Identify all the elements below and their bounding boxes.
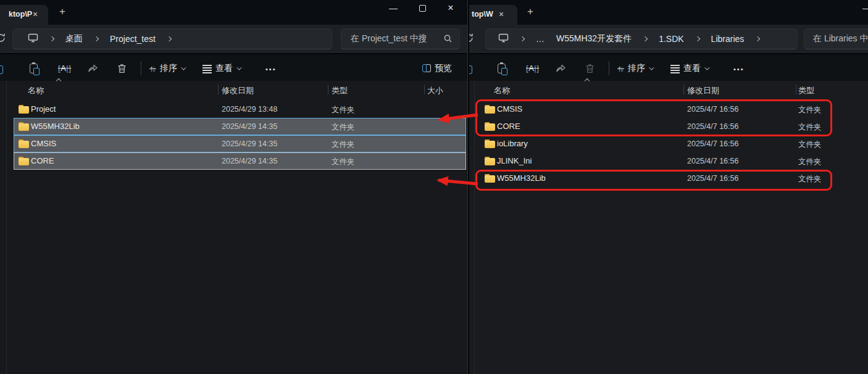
new-tab-button[interactable]: + bbox=[527, 6, 533, 18]
file-date: 2025/4/29 14:35 bbox=[222, 157, 277, 165]
breadcrumb-w55mh32-kit[interactable]: W55MH32开发套件 bbox=[556, 33, 632, 44]
column-divider[interactable] bbox=[424, 85, 425, 94]
column-divider[interactable] bbox=[796, 85, 796, 94]
address-bar[interactable]: 桌面 Project_test bbox=[12, 28, 332, 49]
tab-bar: ktop\P × + — × bbox=[0, 0, 467, 25]
view-button[interactable]: 查看 bbox=[670, 54, 708, 82]
file-type: 文件夹 bbox=[332, 157, 355, 167]
folder-icon bbox=[19, 122, 29, 131]
new-tab-button[interactable]: + bbox=[59, 6, 65, 18]
minimize-button[interactable]: — bbox=[853, 0, 868, 19]
breadcrumb-overflow[interactable]: … bbox=[536, 34, 545, 44]
maximize-button[interactable] bbox=[409, 0, 436, 19]
address-toolbar: 桌面 Project_test 在 Project_test 中搜 bbox=[0, 25, 467, 53]
paste-button[interactable] bbox=[30, 54, 38, 82]
minimize-button[interactable]: — bbox=[380, 0, 407, 19]
file-name: JLINK_Ini bbox=[497, 156, 532, 165]
search-input[interactable]: 在 Libraries 中 bbox=[804, 28, 868, 49]
tab-title: ktop\P bbox=[9, 10, 32, 19]
column-divider[interactable] bbox=[218, 85, 219, 94]
share-button[interactable] bbox=[88, 54, 98, 82]
address-bar[interactable]: … W55MH32开发套件 1.SDK Libraries bbox=[485, 28, 798, 49]
search-text: 在 Project_test 中搜 bbox=[351, 33, 427, 44]
paste-icon bbox=[30, 64, 38, 73]
chevron-right-icon[interactable] bbox=[94, 36, 99, 41]
chevron-right-icon[interactable] bbox=[643, 36, 648, 41]
chevron-right-icon[interactable] bbox=[520, 36, 525, 41]
file-row-project[interactable]: Project 2025/4/29 13:48 文件夹 bbox=[0, 101, 467, 118]
file-name: CMSIS bbox=[31, 139, 56, 148]
this-pc-icon bbox=[498, 33, 509, 44]
preview-label: 预览 bbox=[435, 63, 452, 74]
view-button[interactable]: 查看 bbox=[202, 54, 240, 82]
trash-icon bbox=[585, 64, 595, 73]
file-name: W55MH32Lib bbox=[31, 122, 80, 131]
share-button[interactable] bbox=[556, 54, 566, 82]
toolbar-divider bbox=[609, 61, 609, 75]
search-text: 在 Libraries 中 bbox=[813, 33, 868, 44]
file-type: 文件夹 bbox=[332, 122, 355, 133]
breadcrumb-desktop[interactable]: 桌面 bbox=[65, 33, 83, 44]
rename-button[interactable] bbox=[58, 54, 71, 82]
search-input[interactable]: 在 Project_test 中搜 bbox=[341, 28, 460, 49]
file-date: 2025/4/7 16:56 bbox=[687, 139, 738, 148]
file-type: 文件夹 bbox=[332, 105, 355, 115]
preview-icon bbox=[422, 64, 431, 72]
more-icon bbox=[265, 64, 277, 73]
preview-button[interactable]: 预览 bbox=[422, 54, 452, 82]
column-header-date[interactable]: 修改日期 bbox=[222, 85, 254, 96]
breadcrumb-libraries[interactable]: Libraries bbox=[711, 34, 745, 44]
tab-close-icon[interactable]: × bbox=[499, 9, 504, 19]
sort-label: 排序 bbox=[160, 63, 177, 74]
sort-button[interactable]: 排序 bbox=[617, 54, 653, 82]
chevron-right-icon[interactable] bbox=[49, 36, 54, 41]
folder-icon bbox=[19, 157, 29, 165]
tab-project-test[interactable]: ktop\P × bbox=[0, 5, 48, 25]
rename-button[interactable] bbox=[526, 54, 539, 82]
folder-icon bbox=[485, 157, 495, 165]
view-icon bbox=[670, 65, 680, 66]
more-button[interactable] bbox=[733, 54, 745, 82]
column-header-date[interactable]: 修改日期 bbox=[687, 85, 719, 96]
column-divider[interactable] bbox=[328, 85, 328, 94]
file-row-core[interactable]: CORE 2025/4/29 14:35 文件夹 bbox=[0, 152, 467, 170]
this-pc-icon bbox=[28, 33, 38, 44]
rename-icon bbox=[58, 64, 71, 73]
column-header-type[interactable]: 类型 bbox=[332, 85, 348, 96]
breadcrumb-1sdk[interactable]: 1.SDK bbox=[659, 34, 683, 44]
file-row-iolibrary[interactable]: ioLibrary 2025/4/7 16:56 文件夹 bbox=[469, 135, 868, 152]
chevron-right-icon[interactable] bbox=[695, 36, 699, 41]
column-header-name[interactable]: 名称 bbox=[28, 85, 44, 96]
toolbar-divider bbox=[141, 61, 141, 75]
chevron-right-icon[interactable] bbox=[167, 36, 172, 41]
more-icon bbox=[733, 64, 745, 73]
copy-button[interactable] bbox=[0, 54, 4, 82]
copy-button[interactable] bbox=[469, 54, 474, 82]
paste-button[interactable] bbox=[498, 54, 506, 82]
refresh-icon[interactable] bbox=[0, 33, 6, 46]
delete-button[interactable] bbox=[117, 54, 127, 82]
file-row-w55mh32lib[interactable]: W55MH32Lib 2025/4/29 14:35 文件夹 bbox=[0, 118, 467, 135]
close-button[interactable]: × bbox=[437, 0, 464, 19]
tab-bar: top\W × + — bbox=[469, 0, 868, 25]
file-type: 文件夹 bbox=[332, 139, 355, 150]
more-button[interactable] bbox=[265, 54, 277, 82]
sort-button[interactable]: 排序 bbox=[149, 54, 185, 82]
breadcrumb-project-test[interactable]: Project_test bbox=[110, 34, 156, 44]
paste-icon bbox=[498, 64, 506, 73]
search-icon[interactable] bbox=[443, 34, 453, 46]
column-header-name[interactable]: 名称 bbox=[494, 85, 510, 96]
column-divider[interactable] bbox=[683, 85, 684, 94]
file-row-cmsis[interactable]: CMSIS 2025/4/29 14:35 文件夹 bbox=[0, 135, 467, 152]
column-header-type[interactable]: 类型 bbox=[798, 85, 814, 96]
chevron-right-icon[interactable] bbox=[755, 36, 760, 41]
column-header-size[interactable]: 大小 bbox=[427, 85, 443, 96]
file-type: 文件夹 bbox=[798, 157, 822, 167]
tab-libraries[interactable]: top\W × bbox=[469, 5, 517, 25]
tab-title: top\W bbox=[472, 10, 493, 19]
refresh-icon[interactable] bbox=[469, 33, 474, 46]
chevron-down-icon bbox=[181, 65, 186, 70]
file-row-jlink-ini[interactable]: JLINK_Ini 2025/4/7 16:56 文件夹 bbox=[469, 152, 868, 170]
tab-close-icon[interactable]: × bbox=[33, 9, 38, 19]
chevron-down-icon bbox=[649, 65, 654, 70]
